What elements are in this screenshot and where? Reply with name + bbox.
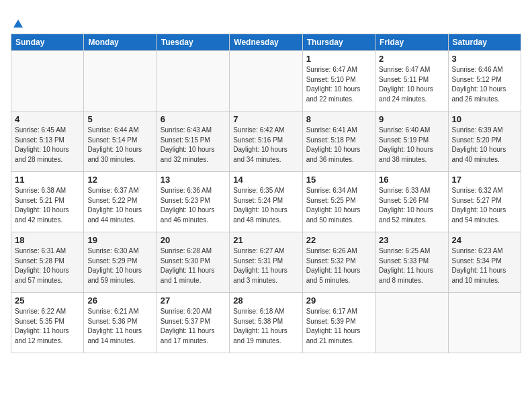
day-detail: Sunrise: 6:44 AM Sunset: 5:14 PM Dayligh… bbox=[87, 126, 152, 165]
day-number: 12 bbox=[87, 175, 152, 185]
calendar-cell: 20Sunrise: 6:28 AM Sunset: 5:30 PM Dayli… bbox=[157, 232, 229, 293]
day-detail: Sunrise: 6:36 AM Sunset: 5:23 PM Dayligh… bbox=[161, 186, 226, 225]
day-number: 15 bbox=[306, 175, 371, 185]
day-detail: Sunrise: 6:41 AM Sunset: 5:18 PM Dayligh… bbox=[306, 126, 371, 165]
day-detail: Sunrise: 6:35 AM Sunset: 5:24 PM Dayligh… bbox=[233, 186, 298, 225]
day-number: 28 bbox=[233, 295, 298, 306]
day-number: 18 bbox=[15, 235, 80, 245]
day-detail: Sunrise: 6:33 AM Sunset: 5:26 PM Dayligh… bbox=[379, 186, 444, 225]
calendar-cell bbox=[230, 51, 302, 111]
calendar-cell: 28Sunrise: 6:18 AM Sunset: 5:38 PM Dayli… bbox=[230, 293, 302, 353]
svg-marker-0 bbox=[13, 19, 23, 28]
calendar-cell: 2Sunrise: 6:47 AM Sunset: 5:11 PM Daylig… bbox=[375, 51, 448, 111]
calendar-cell: 18Sunrise: 6:31 AM Sunset: 5:28 PM Dayli… bbox=[11, 232, 84, 293]
calendar-cell: 24Sunrise: 6:23 AM Sunset: 5:34 PM Dayli… bbox=[448, 232, 521, 293]
calendar-cell: 27Sunrise: 6:20 AM Sunset: 5:37 PM Dayli… bbox=[157, 293, 229, 353]
calendar-cell: 21Sunrise: 6:27 AM Sunset: 5:31 PM Dayli… bbox=[230, 232, 302, 293]
day-number: 4 bbox=[15, 114, 80, 124]
day-detail: Sunrise: 6:37 AM Sunset: 5:22 PM Dayligh… bbox=[87, 186, 152, 225]
day-number: 2 bbox=[379, 54, 444, 64]
day-number: 17 bbox=[452, 175, 517, 185]
day-detail: Sunrise: 6:46 AM Sunset: 5:12 PM Dayligh… bbox=[452, 65, 517, 104]
day-detail: Sunrise: 6:31 AM Sunset: 5:28 PM Dayligh… bbox=[15, 246, 80, 285]
day-number: 19 bbox=[87, 235, 152, 245]
calendar-cell: 4Sunrise: 6:45 AM Sunset: 5:13 PM Daylig… bbox=[11, 111, 84, 172]
day-number: 11 bbox=[15, 175, 80, 185]
day-detail: Sunrise: 6:27 AM Sunset: 5:31 PM Dayligh… bbox=[233, 246, 298, 285]
day-number: 7 bbox=[233, 114, 298, 124]
calendar-cell bbox=[448, 293, 521, 353]
col-header-friday: Friday bbox=[375, 34, 448, 51]
col-header-tuesday: Tuesday bbox=[157, 34, 229, 51]
day-number: 29 bbox=[306, 295, 371, 306]
day-detail: Sunrise: 6:30 AM Sunset: 5:29 PM Dayligh… bbox=[87, 246, 152, 285]
day-number: 9 bbox=[379, 114, 444, 124]
day-detail: Sunrise: 6:20 AM Sunset: 5:37 PM Dayligh… bbox=[161, 307, 226, 346]
day-detail: Sunrise: 6:17 AM Sunset: 5:39 PM Dayligh… bbox=[306, 307, 371, 346]
day-number: 23 bbox=[379, 235, 444, 245]
calendar-cell: 12Sunrise: 6:37 AM Sunset: 5:22 PM Dayli… bbox=[84, 172, 157, 232]
calendar-cell: 13Sunrise: 6:36 AM Sunset: 5:23 PM Dayli… bbox=[157, 172, 229, 232]
calendar-cell bbox=[375, 293, 448, 353]
day-number: 25 bbox=[15, 295, 80, 306]
calendar-cell: 17Sunrise: 6:32 AM Sunset: 5:27 PM Dayli… bbox=[448, 172, 521, 232]
day-detail: Sunrise: 6:47 AM Sunset: 5:11 PM Dayligh… bbox=[379, 65, 444, 104]
day-number: 24 bbox=[452, 235, 517, 245]
day-number: 13 bbox=[161, 175, 226, 185]
calendar-cell: 11Sunrise: 6:38 AM Sunset: 5:21 PM Dayli… bbox=[11, 172, 84, 232]
day-number: 14 bbox=[233, 175, 298, 185]
day-detail: Sunrise: 6:45 AM Sunset: 5:13 PM Dayligh… bbox=[15, 126, 80, 165]
day-detail: Sunrise: 6:42 AM Sunset: 5:16 PM Dayligh… bbox=[233, 126, 298, 165]
calendar-cell: 7Sunrise: 6:42 AM Sunset: 5:16 PM Daylig… bbox=[230, 111, 302, 172]
calendar-cell: 15Sunrise: 6:34 AM Sunset: 5:25 PM Dayli… bbox=[302, 172, 375, 232]
col-header-wednesday: Wednesday bbox=[230, 34, 302, 51]
col-header-monday: Monday bbox=[84, 34, 157, 51]
calendar-cell: 25Sunrise: 6:22 AM Sunset: 5:35 PM Dayli… bbox=[11, 293, 84, 353]
day-number: 5 bbox=[87, 114, 152, 124]
col-header-thursday: Thursday bbox=[302, 34, 375, 51]
calendar-cell: 29Sunrise: 6:17 AM Sunset: 5:39 PM Dayli… bbox=[302, 293, 375, 353]
col-header-sunday: Sunday bbox=[11, 34, 84, 51]
calendar-cell: 1Sunrise: 6:47 AM Sunset: 5:10 PM Daylig… bbox=[302, 51, 375, 111]
day-detail: Sunrise: 6:22 AM Sunset: 5:35 PM Dayligh… bbox=[15, 307, 80, 346]
day-detail: Sunrise: 6:34 AM Sunset: 5:25 PM Dayligh… bbox=[306, 186, 371, 225]
calendar-cell bbox=[11, 51, 84, 111]
day-number: 20 bbox=[161, 235, 226, 245]
calendar-cell: 16Sunrise: 6:33 AM Sunset: 5:26 PM Dayli… bbox=[375, 172, 448, 232]
day-number: 16 bbox=[379, 175, 444, 185]
day-detail: Sunrise: 6:28 AM Sunset: 5:30 PM Dayligh… bbox=[161, 246, 226, 285]
calendar-cell: 9Sunrise: 6:40 AM Sunset: 5:19 PM Daylig… bbox=[375, 111, 448, 172]
calendar-cell: 10Sunrise: 6:39 AM Sunset: 5:20 PM Dayli… bbox=[448, 111, 521, 172]
calendar-cell: 26Sunrise: 6:21 AM Sunset: 5:36 PM Dayli… bbox=[84, 293, 157, 353]
day-number: 6 bbox=[161, 114, 226, 124]
day-number: 27 bbox=[161, 295, 226, 306]
day-detail: Sunrise: 6:25 AM Sunset: 5:33 PM Dayligh… bbox=[379, 246, 444, 285]
calendar-cell bbox=[157, 51, 229, 111]
day-number: 1 bbox=[306, 54, 371, 64]
calendar-cell: 19Sunrise: 6:30 AM Sunset: 5:29 PM Dayli… bbox=[84, 232, 157, 293]
calendar-cell: 22Sunrise: 6:26 AM Sunset: 5:32 PM Dayli… bbox=[302, 232, 375, 293]
logo bbox=[11, 11, 24, 28]
calendar-cell: 6Sunrise: 6:43 AM Sunset: 5:15 PM Daylig… bbox=[157, 111, 229, 172]
day-detail: Sunrise: 6:40 AM Sunset: 5:19 PM Dayligh… bbox=[379, 126, 444, 165]
day-number: 22 bbox=[306, 235, 371, 245]
day-detail: Sunrise: 6:47 AM Sunset: 5:10 PM Dayligh… bbox=[306, 65, 371, 104]
calendar-table: SundayMondayTuesdayWednesdayThursdayFrid… bbox=[11, 34, 521, 353]
day-detail: Sunrise: 6:38 AM Sunset: 5:21 PM Dayligh… bbox=[15, 186, 80, 225]
day-detail: Sunrise: 6:18 AM Sunset: 5:38 PM Dayligh… bbox=[233, 307, 298, 346]
calendar-cell: 3Sunrise: 6:46 AM Sunset: 5:12 PM Daylig… bbox=[448, 51, 521, 111]
day-number: 8 bbox=[306, 114, 371, 124]
calendar-cell: 14Sunrise: 6:35 AM Sunset: 5:24 PM Dayli… bbox=[230, 172, 302, 232]
logo-icon bbox=[12, 18, 24, 30]
day-detail: Sunrise: 6:21 AM Sunset: 5:36 PM Dayligh… bbox=[87, 307, 152, 346]
calendar-cell: 5Sunrise: 6:44 AM Sunset: 5:14 PM Daylig… bbox=[84, 111, 157, 172]
day-number: 21 bbox=[233, 235, 298, 245]
col-header-saturday: Saturday bbox=[448, 34, 521, 51]
day-detail: Sunrise: 6:26 AM Sunset: 5:32 PM Dayligh… bbox=[306, 246, 371, 285]
day-number: 10 bbox=[452, 114, 517, 124]
day-number: 26 bbox=[87, 295, 152, 306]
calendar-cell: 23Sunrise: 6:25 AM Sunset: 5:33 PM Dayli… bbox=[375, 232, 448, 293]
day-detail: Sunrise: 6:43 AM Sunset: 5:15 PM Dayligh… bbox=[161, 126, 226, 165]
page-header bbox=[11, 11, 521, 28]
day-detail: Sunrise: 6:32 AM Sunset: 5:27 PM Dayligh… bbox=[452, 186, 517, 225]
